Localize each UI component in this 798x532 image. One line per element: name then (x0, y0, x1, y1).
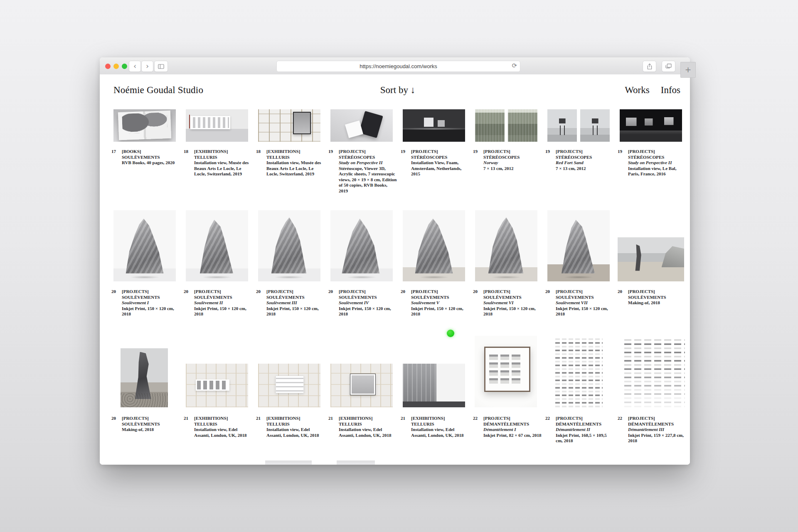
work-details: Inkjet Print, 150 × 120 cm, 2018 (483, 306, 542, 317)
partial-thumbnail[interactable] (337, 461, 375, 465)
work-number: 21 (401, 416, 411, 421)
artwork-thumbnail[interactable] (403, 210, 465, 281)
work-caption: 20[PROJECTS]SOULÈVEMENTSSoulèvement VInk… (401, 289, 472, 317)
close-button[interactable] (105, 64, 111, 69)
minimize-button[interactable] (113, 64, 119, 69)
work-number: 21 (184, 416, 194, 421)
artwork-thumbnail[interactable] (186, 109, 248, 142)
work-subtitle: Norway (483, 160, 542, 166)
artwork-thumbnail[interactable] (330, 210, 393, 281)
work-number: 20 (111, 289, 122, 295)
artwork-thumbnail[interactable] (330, 109, 393, 142)
work-number: 19 (473, 149, 483, 155)
work-title: SOULÈVEMENTS (122, 155, 180, 160)
work-title: SOULÈVEMENTS (122, 421, 180, 427)
artwork-thumbnail[interactable] (475, 210, 537, 281)
work-caption: 19[PROJECTS]STÉRÉOSCOPESStudy on Perspec… (618, 149, 689, 177)
work-title: SOULÈVEMENTS (339, 295, 397, 300)
tab-overview-button[interactable] (662, 61, 675, 72)
work-caption: 20[PROJECTS]SOULÈVEMENTSMaking-of, 2018 (618, 289, 689, 306)
artwork-thumbnail[interactable] (620, 109, 682, 142)
partial-thumbnail[interactable] (122, 460, 164, 465)
work-caption: 21[EXHIBITIONS]TELLURISInstallation view… (184, 416, 255, 438)
work-title: TELLURIS (411, 421, 469, 427)
back-button[interactable]: ‹ (129, 61, 141, 72)
artwork-thumbnail[interactable] (403, 364, 465, 407)
work-details: Installation view, Edel Assanti, London,… (339, 427, 397, 438)
work-number: 22 (545, 416, 556, 421)
artwork-thumbnail[interactable] (186, 210, 248, 281)
work-category: [PROJECTS] (628, 149, 686, 155)
work-details: Stéréoscope, Viewer 3D, Acrylic sheets, … (339, 166, 397, 194)
partial-thumbnail[interactable] (265, 461, 312, 465)
artwork-thumbnail[interactable] (475, 336, 537, 407)
work-category: [PROJECTS] (122, 416, 180, 421)
artwork-thumbnail[interactable] (547, 109, 610, 142)
artwork-thumbnail[interactable] (113, 109, 176, 142)
work-category: [PROJECTS] (556, 149, 614, 155)
work-caption: 19[PROJECTS]STÉRÉOSCOPESNorway7 × 13 cm,… (473, 149, 544, 171)
back-icon: ‹ (133, 62, 136, 70)
work-details: Inkjet Print, 150 × 120 cm, 2018 (339, 306, 397, 317)
share-button[interactable] (643, 61, 656, 72)
work-category: [EXHIBITIONS] (266, 416, 325, 421)
new-tab-button[interactable]: + (680, 62, 696, 78)
work-number: 18 (184, 149, 194, 155)
work-number: 22 (618, 416, 628, 421)
work-details: Installation view, Edel Assanti, London,… (266, 427, 325, 438)
work-number: 19 (545, 149, 556, 155)
work-title: SOULÈVEMENTS (122, 295, 180, 300)
tabs-icon (665, 64, 672, 69)
work-category: [PROJECTS] (556, 289, 614, 295)
artwork-thumbnail[interactable] (555, 338, 603, 407)
work-title: STÉRÉOSCOPES (483, 155, 542, 160)
work-subtitle: Démantèlement II (556, 427, 614, 433)
artwork-thumbnail[interactable] (258, 109, 320, 142)
work-caption: 19[PROJECTS]STÉRÉOSCOPESInstallation Vie… (401, 149, 472, 177)
reload-icon[interactable]: ⟳ (512, 62, 517, 69)
artwork-thumbnail[interactable] (618, 237, 684, 281)
work-caption: 20[PROJECTS]SOULÈVEMENTSSoulèvement VIIn… (473, 289, 544, 317)
artwork-thumbnail[interactable] (258, 364, 320, 407)
work-caption: 19[PROJECTS]STÉRÉOSCOPESStudy on Perspec… (328, 149, 400, 194)
work-title: STÉRÉOSCOPES (339, 155, 397, 160)
artwork-thumbnail[interactable] (113, 210, 176, 281)
work-number: 21 (328, 416, 339, 421)
work-details: Inkjet Print, 150 × 120 cm, 2018 (122, 306, 180, 317)
work-category: [EXHIBITIONS] (411, 416, 469, 421)
work-details: Installation view, Musée des Beaux Arts … (266, 160, 325, 177)
work-number: 17 (111, 149, 122, 155)
work-caption: 18[EXHIBITIONS]TELLURISInstallation view… (256, 149, 328, 177)
green-cursor-dot (447, 330, 454, 337)
work-details: Installation view, Le Bal, Paris, France… (628, 166, 686, 177)
forward-button[interactable]: › (141, 61, 153, 72)
work-number: 19 (618, 149, 628, 155)
work-title: STÉRÉOSCOPES (411, 155, 469, 160)
work-number: 20 (618, 289, 628, 295)
work-number: 19 (401, 149, 411, 155)
artwork-thumbnail[interactable] (624, 339, 685, 407)
forward-icon: › (146, 62, 149, 70)
artwork-thumbnail[interactable] (330, 364, 393, 407)
zoom-button[interactable] (122, 64, 127, 69)
artwork-thumbnail[interactable] (475, 109, 537, 142)
work-category: [PROJECTS] (411, 149, 469, 155)
artwork-thumbnail[interactable] (186, 364, 248, 407)
browser-window: ‹ › https://noemiegoudal.com/works ⟳ + N… (100, 57, 690, 465)
work-caption: 18[EXHIBITIONS]TELLURISInstallation view… (184, 149, 255, 177)
work-subtitle: Study on Perspective II (628, 160, 686, 166)
work-details: RVB Books, 40 pages, 2020 (122, 160, 180, 166)
artwork-thumbnail[interactable] (403, 109, 465, 142)
work-caption: 20[PROJECTS]SOULÈVEMENTSSoulèvement VIII… (545, 289, 617, 317)
sidebar-toggle-button[interactable] (154, 61, 168, 72)
work-title: SOULÈVEMENTS (411, 295, 469, 300)
page-content: Noémie Goudal Studio Sort by ↓ Works Inf… (100, 74, 690, 465)
work-caption: 17[BOOKS]SOULÈVEMENTSRVB Books, 40 pages… (111, 149, 183, 166)
address-bar[interactable]: https://noemiegoudal.com/works ⟳ (276, 61, 520, 72)
work-number: 21 (256, 416, 266, 421)
work-category: [PROJECTS] (628, 289, 686, 295)
artwork-thumbnail[interactable] (258, 210, 320, 281)
artwork-thumbnail[interactable] (547, 210, 610, 281)
artwork-thumbnail[interactable] (121, 348, 168, 407)
work-title: STÉRÉOSCOPES (556, 155, 614, 160)
